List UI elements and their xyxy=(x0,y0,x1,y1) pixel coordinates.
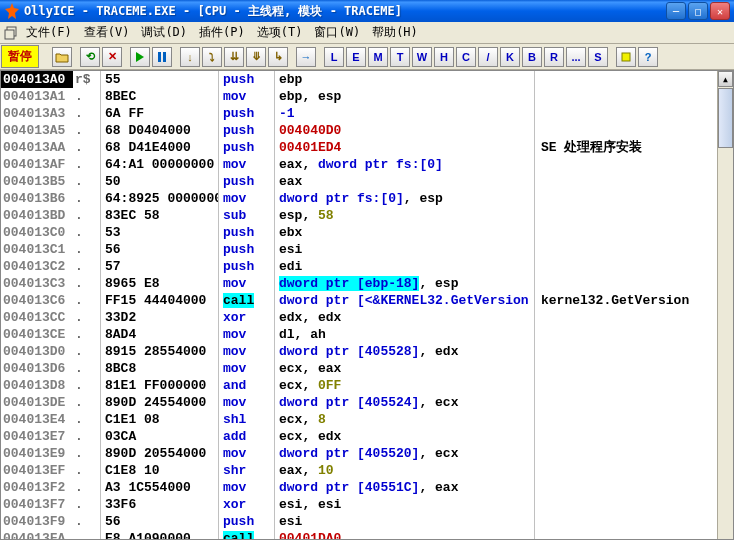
disasm-row[interactable]: 004013DE.890D 24554000movdword ptr [4055… xyxy=(1,394,717,411)
close-button[interactable]: ✕ xyxy=(710,2,730,20)
restart-button[interactable]: ⟲ xyxy=(80,47,100,67)
menu-file[interactable]: 文件(F) xyxy=(20,22,78,43)
disasm-row[interactable]: 004013A5.68 D0404000push004040D0 xyxy=(1,122,717,139)
close-button-tb[interactable]: ✕ xyxy=(102,47,122,67)
window-t-button[interactable]: T xyxy=(390,47,410,67)
restore-icon[interactable] xyxy=(4,26,18,40)
disasm-row[interactable]: 004013D6.8BC8movecx, eax xyxy=(1,360,717,377)
disasm-row[interactable]: 004013E9.890D 20554000movdword ptr [4055… xyxy=(1,445,717,462)
cpu-pane: 004013A0r$55pushebp004013A1.8BECmovebp, … xyxy=(0,70,734,540)
menu-window[interactable]: 窗口(W) xyxy=(308,22,366,43)
mnemonic: mov xyxy=(219,343,275,360)
mnemonic: push xyxy=(219,122,275,139)
window-k-button[interactable]: K xyxy=(500,47,520,67)
mnemonic: mov xyxy=(219,88,275,105)
window-/-button[interactable]: / xyxy=(478,47,498,67)
address: 004013CC xyxy=(1,309,73,326)
window-b-button[interactable]: B xyxy=(522,47,542,67)
disasm-row[interactable]: 004013B5.50pusheax xyxy=(1,173,717,190)
step-over-button[interactable]: ⤵ xyxy=(202,47,222,67)
window-l-button[interactable]: L xyxy=(324,47,344,67)
hex-bytes: E8 A1090000 xyxy=(101,530,219,539)
window-w-button[interactable]: W xyxy=(412,47,432,67)
scroll-thumb[interactable] xyxy=(718,88,733,148)
trace-over-button[interactable]: ⤋ xyxy=(246,47,266,67)
comment xyxy=(535,343,717,360)
open-button[interactable] xyxy=(52,47,72,67)
disasm-row[interactable]: 004013CE.8AD4movdl, ah xyxy=(1,326,717,343)
pause-button[interactable] xyxy=(152,47,172,67)
disasm-row[interactable]: 004013C0.53pushebx xyxy=(1,224,717,241)
help-button[interactable]: ? xyxy=(638,47,658,67)
disasm-row[interactable]: 004013D8.81E1 FF000000andecx, 0FF xyxy=(1,377,717,394)
disasm-row[interactable]: 004013EF.C1E8 10shreax, 10 xyxy=(1,462,717,479)
disasm-row[interactable]: 004013F7.33F6xoresi, esi xyxy=(1,496,717,513)
disasm-row[interactable]: 004013F2.A3 1C554000movdword ptr [40551C… xyxy=(1,479,717,496)
options-button[interactable] xyxy=(616,47,636,67)
marker: . xyxy=(73,428,101,445)
marker: . xyxy=(73,88,101,105)
titlebar: OllyICE - TRACEME.EXE - [CPU - 主线程, 模块 -… xyxy=(0,0,734,22)
address: 004013C0 xyxy=(1,224,73,241)
window-e-button[interactable]: E xyxy=(346,47,366,67)
disasm-row[interactable]: 004013FA.E8 A1090000call00401DA0 xyxy=(1,530,717,539)
disasm-row[interactable]: 004013A3.6A FFpush-1 xyxy=(1,105,717,122)
marker: . xyxy=(73,394,101,411)
menu-debug[interactable]: 调试(D) xyxy=(135,22,193,43)
disasm-row[interactable]: 004013BD.83EC 58subesp, 58 xyxy=(1,207,717,224)
operands: eax, dword ptr fs:[0] xyxy=(275,156,535,173)
run-button[interactable] xyxy=(130,47,150,67)
hex-bytes: 64:8925 00000000 xyxy=(101,190,219,207)
maximize-button[interactable]: □ xyxy=(688,2,708,20)
goto-button[interactable]: → xyxy=(296,47,316,67)
mnemonic: push xyxy=(219,258,275,275)
disasm-row[interactable]: 004013A1.8BECmovebp, esp xyxy=(1,88,717,105)
disasm-row[interactable]: 004013E7.03CAaddecx, edx xyxy=(1,428,717,445)
trace-into-button[interactable]: ⇊ xyxy=(224,47,244,67)
marker: . xyxy=(73,258,101,275)
mnemonic: mov xyxy=(219,156,275,173)
disasm-row[interactable]: 004013AF.64:A1 00000000moveax, dword ptr… xyxy=(1,156,717,173)
svg-rect-3 xyxy=(163,52,166,62)
comment xyxy=(535,122,717,139)
execute-till-return-button[interactable]: ↳ xyxy=(268,47,288,67)
hex-bytes: A3 1C554000 xyxy=(101,479,219,496)
disasm-row[interactable]: 004013C2.57pushedi xyxy=(1,258,717,275)
disasm-row[interactable]: 004013AA.68 D41E4000push00401ED4SE 处理程序安… xyxy=(1,139,717,156)
window-m-button[interactable]: M xyxy=(368,47,388,67)
disasm-row[interactable]: 004013C3.8965 E8movdword ptr [ebp-18], e… xyxy=(1,275,717,292)
minimize-button[interactable]: ─ xyxy=(666,2,686,20)
disasm-row[interactable]: 004013B6.64:8925 00000000movdword ptr fs… xyxy=(1,190,717,207)
marker: . xyxy=(73,445,101,462)
marker: . xyxy=(73,156,101,173)
comment xyxy=(535,190,717,207)
marker: . xyxy=(73,105,101,122)
disasm-row[interactable]: 004013E4.C1E1 08shlecx, 8 xyxy=(1,411,717,428)
hex-bytes: 56 xyxy=(101,513,219,530)
scroll-up-button[interactable]: ▲ xyxy=(718,71,733,87)
window-c-button[interactable]: C xyxy=(456,47,476,67)
disasm-row[interactable]: 004013CC.33D2xoredx, edx xyxy=(1,309,717,326)
menu-view[interactable]: 查看(V) xyxy=(78,22,136,43)
hex-bytes: 50 xyxy=(101,173,219,190)
status-paused[interactable]: 暂停 xyxy=(1,45,39,68)
window-...-button[interactable]: ... xyxy=(566,47,586,67)
menu-plugins[interactable]: 插件(P) xyxy=(193,22,251,43)
disasm-row[interactable]: 004013D0.8915 28554000movdword ptr [4055… xyxy=(1,343,717,360)
window-r-button[interactable]: R xyxy=(544,47,564,67)
window-s-button[interactable]: S xyxy=(588,47,608,67)
disasm-row[interactable]: 004013C6.FF15 44404000calldword ptr [<&K… xyxy=(1,292,717,309)
hex-bytes: 53 xyxy=(101,224,219,241)
disasm-row[interactable]: 004013F9.56pushesi xyxy=(1,513,717,530)
comment xyxy=(535,275,717,292)
menu-help[interactable]: 帮助(H) xyxy=(366,22,424,43)
address: 004013C6 xyxy=(1,292,73,309)
window-h-button[interactable]: H xyxy=(434,47,454,67)
disasm-row[interactable]: 004013A0r$55pushebp xyxy=(1,71,717,88)
disassembly-list[interactable]: 004013A0r$55pushebp004013A1.8BECmovebp, … xyxy=(1,71,717,539)
operands: dword ptr fs:[0], esp xyxy=(275,190,535,207)
menu-options[interactable]: 选项(T) xyxy=(251,22,309,43)
step-into-button[interactable]: ↓ xyxy=(180,47,200,67)
disasm-row[interactable]: 004013C1.56pushesi xyxy=(1,241,717,258)
vertical-scrollbar[interactable]: ▲ xyxy=(717,71,733,539)
